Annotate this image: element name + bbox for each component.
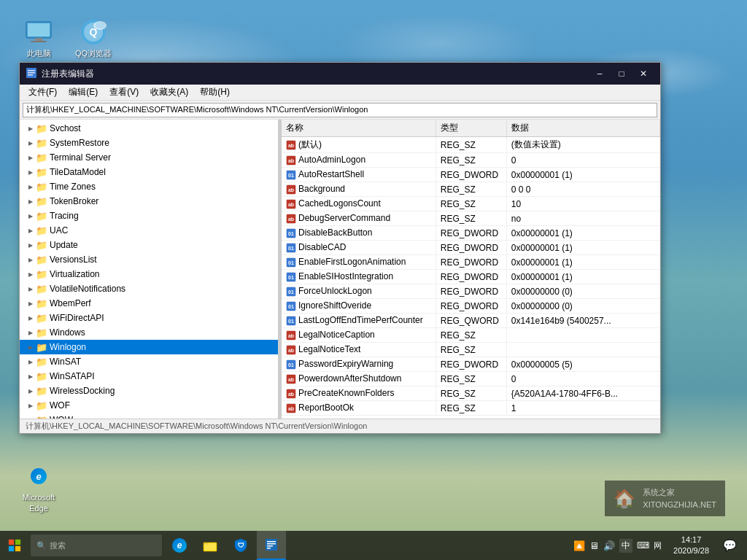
tree-panel[interactable]: ▶📁Svchost▶📁SystemRestore▶📁Terminal Serve… <box>20 120 279 419</box>
registry-row[interactable]: 01DisableCADREG_DWORD0x00000001 (1) <box>282 241 660 255</box>
desktop-icon-qq-browser-label: QQ浏览器 <box>75 48 112 58</box>
taskbar-search[interactable]: 🔍 搜索 <box>31 534 162 556</box>
tree-arrow-volatile-notifications[interactable]: ▶ <box>26 284 36 294</box>
registry-row[interactable]: abCachedLogonsCountREG_SZ10 <box>282 197 660 211</box>
registry-row[interactable]: 01EnableFirstLogonAnimationREG_DWORD0x00… <box>282 255 660 270</box>
registry-row[interactable]: abReportBootOkREG_SZ1 <box>282 401 660 416</box>
tree-arrow-system-restore[interactable]: ▶ <box>26 138 36 148</box>
tree-item-wifi-direct-api[interactable]: ▶📁WiFiDirectAPI <box>20 311 278 325</box>
tree-arrow-update[interactable]: ▶ <box>26 240 36 250</box>
registry-row[interactable]: abDebugServerCommandREG_SZno <box>282 211 660 226</box>
tree-item-winsat[interactable]: ▶📁WinSAT <box>20 354 278 369</box>
tree-arrow-wbem-perf[interactable]: ▶ <box>26 298 36 308</box>
notification-button[interactable]: 💬 <box>715 531 744 560</box>
desktop-icon-edge[interactable]: e MicrosoftEdge <box>13 459 64 516</box>
col-name[interactable]: 名称 <box>282 120 436 137</box>
tree-arrow-wof[interactable]: ▶ <box>26 400 36 411</box>
registry-row[interactable]: abLegalNoticeCaptionREG_SZ <box>282 328 660 343</box>
tray-network-icon[interactable]: 🖥 <box>589 540 599 551</box>
start-button[interactable] <box>0 531 29 560</box>
tree-arrow-uac[interactable]: ▶ <box>26 225 36 236</box>
maximize-button[interactable]: □ <box>611 63 632 85</box>
registry-panel[interactable]: 名称 类型 数据 ab(默认)REG_SZ(数值未设置)abAutoAdminL… <box>282 120 660 419</box>
tray-up-icon[interactable]: 🔼 <box>573 540 585 551</box>
tree-item-winlogon[interactable]: ▶📁Winlogon <box>20 340 278 354</box>
tree-item-system-restore[interactable]: ▶📁SystemRestore <box>20 136 278 150</box>
close-button[interactable]: ✕ <box>632 63 654 85</box>
tree-arrow-time-zones[interactable]: ▶ <box>26 182 36 192</box>
registry-row[interactable]: 01EnableSIHostIntegrationREG_DWORD0x0000… <box>282 270 660 284</box>
folder-icon-terminal-server: 📁 <box>36 152 47 163</box>
registry-row[interactable]: abPowerdownAfterShutdownREG_SZ0 <box>282 372 660 386</box>
tree-arrow-windows[interactable]: ▶ <box>26 327 36 338</box>
col-data[interactable]: 数据 <box>506 120 659 137</box>
registry-row[interactable]: ab(默认)REG_SZ(数值未设置) <box>282 137 660 153</box>
tree-item-winsatapi[interactable]: ▶📁WinSATAPI <box>20 369 278 384</box>
tree-item-windows[interactable]: ▶📁Windows <box>20 325 278 340</box>
registry-cell-type: REG_SZ <box>436 153 506 168</box>
tree-arrow-versions-list[interactable]: ▶ <box>26 254 36 265</box>
taskbar-edge-button[interactable]: e <box>165 531 194 560</box>
registry-type-icon: 01 <box>286 287 296 297</box>
menu-view[interactable]: 查看(V) <box>104 85 144 100</box>
tray-time[interactable]: 14:17 2020/9/28 <box>667 534 715 557</box>
desktop-icon-this-pc-label: 此电脑 <box>27 48 51 58</box>
tree-arrow-winsatapi[interactable]: ▶ <box>26 371 36 381</box>
menu-edit[interactable]: 编辑(E) <box>63 85 104 100</box>
registry-row[interactable]: 01ForceUnlockLogonREG_DWORD0x00000000 (0… <box>282 284 660 299</box>
tree-item-virtualization[interactable]: ▶📁Virtualization <box>20 267 278 281</box>
col-type[interactable]: 类型 <box>436 120 506 137</box>
tree-item-uac[interactable]: ▶📁UAC <box>20 223 278 238</box>
address-path[interactable]: 计算机\HKEY_LOCAL_MACHINE\SOFTWARE\Microsof… <box>23 103 657 117</box>
tree-item-time-zones[interactable]: ▶📁Time Zones <box>20 179 278 194</box>
tree-arrow-terminal-server[interactable]: ▶ <box>26 152 36 163</box>
registry-row[interactable]: abLegalNoticeTextREG_SZ <box>282 343 660 357</box>
registry-row[interactable]: 01LastLogOffEndTimePerfCounterREG_QWORD0… <box>282 314 660 328</box>
desktop-icon-qq-browser[interactable]: Q QQ浏览器 <box>68 15 119 61</box>
qq-browser-icon: Q <box>79 18 108 47</box>
tree-item-update[interactable]: ▶📁Update <box>20 238 278 252</box>
tray-ime-icon[interactable]: 中 <box>619 539 632 553</box>
svg-text:🛡: 🛡 <box>238 542 244 549</box>
registry-row[interactable]: 01AutoRestartShellREG_DWORD0x00000001 (1… <box>282 168 660 182</box>
tree-item-wireless-docking[interactable]: ▶📁WirelessDocking <box>20 384 278 398</box>
taskbar-explorer-button[interactable] <box>196 531 225 560</box>
menu-file[interactable]: 文件(F) <box>23 85 63 100</box>
tree-arrow-wireless-docking[interactable]: ▶ <box>26 386 36 396</box>
registry-row[interactable]: 01PasswordExpiryWarningREG_DWORD0x000000… <box>282 357 660 372</box>
registry-type-icon: 01 <box>286 257 296 268</box>
registry-row[interactable]: 01DisableBackButtonREG_DWORD0x00000001 (… <box>282 226 660 241</box>
tray-extra-icon[interactable]: 网 <box>654 540 662 551</box>
tree-item-volatile-notifications[interactable]: ▶📁VolatileNotifications <box>20 281 278 296</box>
tree-item-wof[interactable]: ▶📁WOF <box>20 398 278 413</box>
tray-keyboard-icon[interactable]: ⌨ <box>637 540 649 551</box>
tree-item-versions-list[interactable]: ▶📁VersionsList <box>20 252 278 267</box>
tree-item-tracing[interactable]: ▶📁Tracing <box>20 209 278 223</box>
menu-favorites[interactable]: 收藏夹(A) <box>144 85 194 100</box>
tree-item-svchost[interactable]: ▶📁Svchost <box>20 121 278 136</box>
tree-item-wbem-perf[interactable]: ▶📁WbemPerf <box>20 296 278 311</box>
tree-item-token-broker[interactable]: ▶📁TokenBroker <box>20 194 278 209</box>
tree-arrow-winsat[interactable]: ▶ <box>26 357 36 367</box>
menu-help[interactable]: 帮助(H) <box>194 85 236 100</box>
registry-cell-name: abPreCreateKnownFolders <box>282 386 436 401</box>
registry-row[interactable]: abAutoAdminLogonREG_SZ0 <box>282 153 660 168</box>
tree-arrow-tracing[interactable]: ▶ <box>26 211 36 221</box>
tree-item-wow[interactable]: ▶📁WOW <box>20 413 278 419</box>
minimize-button[interactable]: – <box>589 63 611 85</box>
tree-arrow-winlogon[interactable]: ▶ <box>26 342 36 352</box>
registry-row[interactable]: abPreCreateKnownFoldersREG_SZ{A520A1A4-1… <box>282 386 660 401</box>
tree-item-terminal-server[interactable]: ▶📁Terminal Server <box>20 150 278 165</box>
tree-arrow-wifi-direct-api[interactable]: ▶ <box>26 313 36 323</box>
tree-arrow-tile-data-model[interactable]: ▶ <box>26 167 36 177</box>
registry-row[interactable]: abBackgroundREG_SZ0 0 0 <box>282 182 660 197</box>
tree-arrow-svchost[interactable]: ▶ <box>26 123 36 133</box>
taskbar-security-button[interactable]: 🛡 <box>226 531 255 560</box>
tree-item-tile-data-model[interactable]: ▶📁TileDataModel <box>20 165 278 179</box>
registry-row[interactable]: 01IgnoreShiftOverideREG_DWORD0x00000000 … <box>282 299 660 314</box>
desktop-icon-this-pc[interactable]: 此电脑 <box>13 15 64 61</box>
taskbar-regedit-button[interactable] <box>257 531 286 560</box>
tray-volume-icon[interactable]: 🔊 <box>603 540 615 551</box>
tree-arrow-token-broker[interactable]: ▶ <box>26 196 36 206</box>
tree-arrow-virtualization[interactable]: ▶ <box>26 269 36 279</box>
